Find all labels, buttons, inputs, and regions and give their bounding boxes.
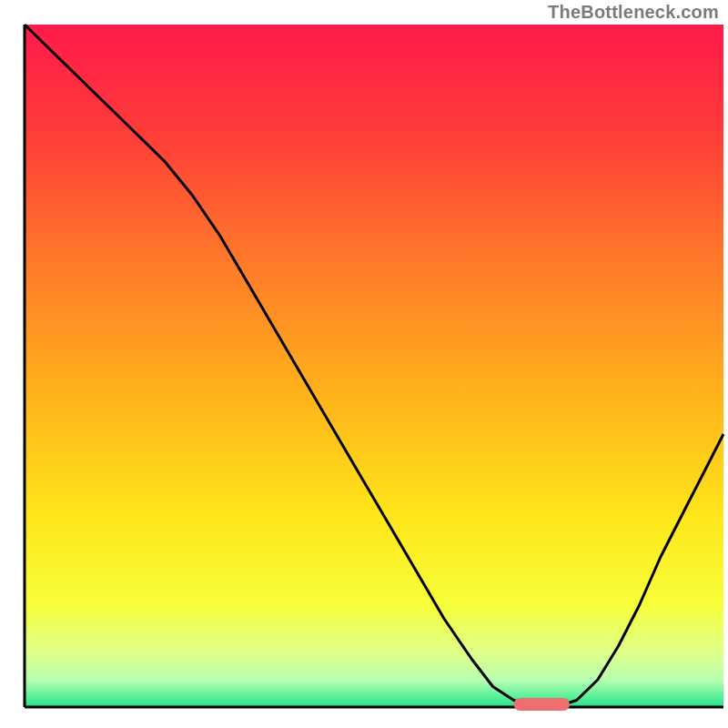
optimal-marker: [514, 698, 570, 711]
attribution-text: TheBottleneck.com: [548, 2, 719, 23]
bottleneck-chart: TheBottleneck.com: [0, 0, 728, 728]
chart-svg: [0, 0, 728, 728]
